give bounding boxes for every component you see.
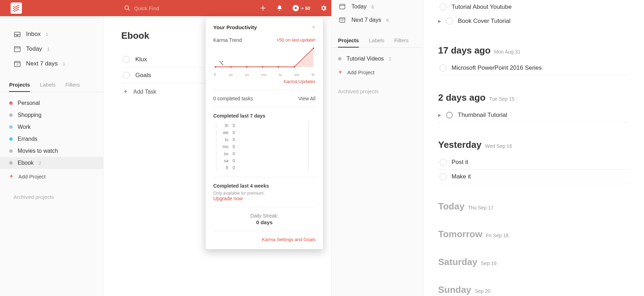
search-area (124, 5, 204, 11)
close-icon[interactable]: × (312, 24, 315, 31)
karma-button[interactable]: + 50 (293, 5, 310, 11)
last7-title: Completed last 7 days (213, 113, 315, 119)
task-checkbox[interactable] (440, 4, 447, 11)
search-input[interactable] (134, 5, 204, 11)
svg-point-14 (262, 66, 263, 68)
week-row: fr0 (216, 164, 315, 171)
svg-point-15 (278, 66, 279, 68)
date-title: Saturday (438, 257, 477, 267)
svg-point-12 (230, 66, 232, 68)
sidebar-item-inbox[interactable]: Inbox 1 (0, 27, 103, 42)
productivity-panel: Your Productivity × Karma Trend +50 on l… (205, 16, 324, 250)
app-logo[interactable] (11, 2, 22, 14)
task-checkbox[interactable] (440, 159, 447, 166)
tab-labels[interactable]: Labels (369, 37, 384, 48)
daily-streak-label: Daily Streak: (250, 213, 278, 219)
sidebar-project-item[interactable]: Personal (0, 97, 103, 109)
sidebar-project-item[interactable]: Shopping (0, 109, 103, 121)
add-project-label: Add Project (18, 174, 46, 180)
sidebar-item-count: 1 (63, 61, 65, 67)
task-label: Klux (135, 56, 147, 63)
sidebar-project-item[interactable]: Errands (0, 133, 103, 145)
calendar-today-icon (13, 45, 21, 53)
date-subtitle: Sep 19 (481, 260, 496, 266)
archived-projects-link[interactable]: Archived projects (0, 184, 103, 210)
svg-point-13 (246, 66, 247, 68)
project-label: Movies to watch (18, 148, 58, 154)
chart-x-labels: frsasumotuweth (213, 73, 315, 77)
task-row[interactable]: Post it (438, 155, 629, 170)
karma-updates-link[interactable]: Karma Updates (213, 79, 315, 84)
karma-settings-link[interactable]: Karma Settings and Goals (213, 237, 315, 242)
svg-point-11 (215, 66, 216, 68)
task-checkbox[interactable] (123, 56, 130, 63)
sidebar-item-count: 6 (372, 4, 374, 10)
notifications-icon[interactable] (276, 5, 283, 11)
task-row[interactable]: ▶ Thumbnail Tutorial (438, 108, 629, 122)
sidebar2-item-today[interactable]: Today 6 (332, 0, 423, 13)
inbox-icon (13, 30, 21, 38)
task-checkbox[interactable] (446, 112, 453, 119)
tab-labels[interactable]: Labels (40, 82, 55, 92)
date-subtitle: Mon Aug 31 (494, 49, 521, 55)
date-subtitle: Thu Sep 17 (468, 205, 493, 210)
sidebar-item-label: Today (26, 45, 42, 52)
sidebar-item-label: Next 7 days (26, 60, 58, 67)
sidebar-project-item[interactable]: Movies to watch (0, 145, 103, 157)
project-color-bullet (9, 101, 13, 105)
tab-projects[interactable]: Projects (338, 37, 359, 48)
chevron-right-icon[interactable]: ▶ (438, 113, 441, 118)
task-checkbox[interactable] (123, 72, 130, 79)
project-label: Work (18, 124, 31, 130)
date-subtitle: Sep 20 (475, 288, 490, 294)
completed-tasks-label: 0 completed tasks (213, 96, 253, 101)
panel-title: Your Productivity (213, 24, 257, 30)
task-checkbox[interactable] (440, 64, 447, 71)
task-checkbox[interactable] (440, 173, 447, 180)
add-project-label: Add Project (347, 69, 375, 75)
task-row[interactable]: Make it (438, 170, 629, 184)
calendar-week-icon: +7 (13, 60, 21, 68)
task-label: Make it (452, 173, 471, 180)
project-color-bullet (9, 149, 13, 153)
view-all-link[interactable]: View All (298, 96, 315, 101)
sidebar-project-item[interactable]: Work (0, 121, 103, 133)
week-row: tu0 (216, 136, 315, 143)
sidebar-item-today[interactable]: Today 1 (0, 42, 103, 56)
sidebar-project-item[interactable]: Ebook 2 (0, 157, 103, 169)
search-icon[interactable] (124, 5, 130, 11)
sidebar-item-next7[interactable]: +7 Next 7 days 1 (0, 56, 103, 71)
date-section-header: 2 days ago Tue Sep 15 (438, 92, 629, 103)
task-row[interactable]: ▶ Book Cover Tutorial (438, 14, 629, 28)
tab-filters[interactable]: Filters (394, 37, 409, 48)
date-section-header: Today Thu Sep 17 (438, 201, 629, 212)
task-row[interactable]: Tutorial About Youtube (438, 0, 629, 14)
date-subtitle: Fri Sep 18 (486, 233, 509, 238)
sidebar-project-item[interactable]: Tutorial Videos 2 (332, 53, 423, 65)
task-label: Book Cover Tutorial (458, 18, 510, 25)
task-label: Goals (135, 72, 151, 79)
project-label: Errands (18, 136, 37, 142)
svg-point-17 (313, 48, 314, 49)
task-row[interactable]: Microsoft PowerPoint 2016 Series (438, 61, 629, 75)
chart-tick-label: su (245, 73, 249, 77)
add-project-button[interactable]: + Add Project (0, 169, 103, 184)
sidebar2-item-next7[interactable]: +7 Next 7 days 6 (332, 13, 423, 27)
sidebar-right: Today 6 +7 Next 7 days 6 Projects Labels… (332, 0, 423, 296)
archived-projects-link-2[interactable]: Archived projects (332, 80, 423, 103)
tab-projects[interactable]: Projects (9, 82, 30, 92)
date-title: Today (438, 201, 465, 212)
tab-filters[interactable]: Filters (65, 82, 80, 92)
chart-tick-label: tu (279, 73, 282, 77)
project-label: Personal (18, 100, 40, 106)
karma-last-update: +50 on last update! (276, 37, 315, 43)
upgrade-link[interactable]: Upgrade now (213, 196, 315, 201)
chart-tick-label: we (294, 73, 299, 77)
settings-icon[interactable] (320, 5, 327, 12)
project-count: 2 (38, 160, 41, 166)
chevron-right-icon[interactable]: ▶ (438, 19, 441, 24)
task-checkbox[interactable] (446, 18, 453, 25)
add-icon[interactable] (259, 5, 266, 12)
svg-point-16 (294, 66, 295, 68)
add-project-button-2[interactable]: + Add Project (332, 65, 423, 80)
